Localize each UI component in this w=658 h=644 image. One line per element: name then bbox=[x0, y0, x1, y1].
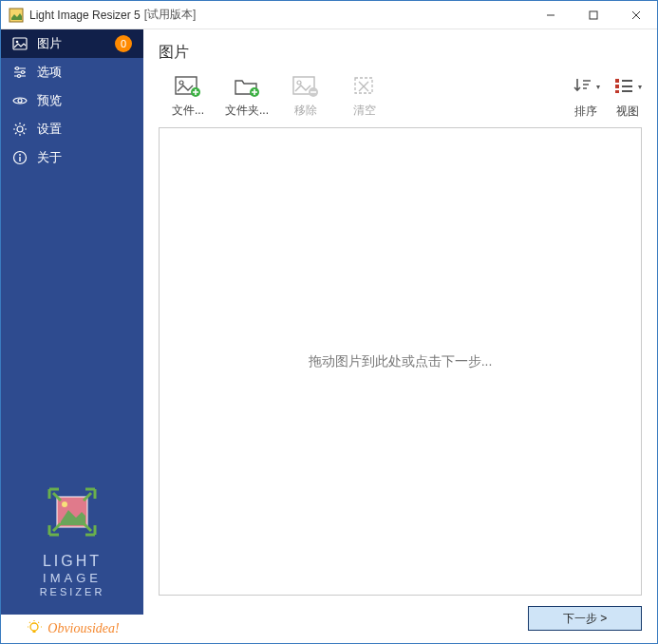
next-button[interactable]: 下一步 > bbox=[528, 606, 642, 631]
sidebar-item-preview[interactable]: 预览 bbox=[1, 86, 143, 115]
sidebar-item-options[interactable]: 选项 bbox=[1, 58, 143, 86]
page-title: 图片 bbox=[159, 43, 642, 63]
view-icon bbox=[613, 76, 634, 98]
svg-rect-24 bbox=[615, 90, 619, 93]
sidebar-item-label: 图片 bbox=[37, 35, 105, 52]
sidebar-item-label: 关于 bbox=[37, 149, 132, 166]
folder-add-icon bbox=[234, 76, 260, 97]
wordmark-l2: IMAGE bbox=[1, 571, 143, 586]
titlebar: Light Image Resizer 5 [试用版本] bbox=[1, 1, 657, 29]
view-button[interactable]: ▾ 视图 bbox=[613, 76, 642, 120]
add-files-button[interactable]: 文件... bbox=[159, 76, 217, 119]
footer-brand[interactable]: Obviousidea! bbox=[1, 615, 143, 643]
svg-rect-23 bbox=[615, 85, 619, 88]
main-panel: 图片 文件... 文件夹... 移除 bbox=[143, 29, 657, 643]
svg-point-3 bbox=[16, 41, 19, 44]
toolbar-label: 移除 bbox=[294, 103, 317, 119]
gear-icon bbox=[12, 122, 28, 137]
svg-point-10 bbox=[19, 154, 21, 156]
svg-point-19 bbox=[297, 81, 301, 85]
toolbar-label: 排序 bbox=[574, 104, 597, 120]
sliders-icon bbox=[12, 65, 28, 80]
chevron-down-icon: ▾ bbox=[596, 83, 600, 91]
svg-rect-2 bbox=[13, 38, 27, 49]
sidebar-item-images[interactable]: 图片 0 bbox=[1, 29, 143, 58]
toolbar-label: 视图 bbox=[616, 104, 639, 120]
toolbar-label: 清空 bbox=[353, 103, 376, 119]
image-icon bbox=[12, 36, 28, 51]
image-remove-icon bbox=[292, 76, 319, 97]
wordmark-l3: RESIZER bbox=[1, 586, 143, 599]
info-icon bbox=[12, 150, 28, 165]
clear-button: 清空 bbox=[335, 76, 394, 119]
image-count-badge: 0 bbox=[115, 35, 132, 52]
svg-point-8 bbox=[17, 126, 23, 132]
sidebar-item-label: 设置 bbox=[37, 121, 132, 138]
svg-point-7 bbox=[18, 99, 22, 103]
sidebar-item-settings[interactable]: 设置 bbox=[1, 115, 143, 143]
svg-rect-1 bbox=[590, 11, 597, 19]
sidebar-item-label: 预览 bbox=[37, 92, 132, 109]
toolbar-label: 文件夹... bbox=[225, 103, 269, 119]
svg-point-5 bbox=[22, 71, 25, 74]
image-add-icon bbox=[175, 76, 201, 97]
sidebar-logo bbox=[1, 472, 143, 552]
window-title-suffix: [试用版本] bbox=[144, 7, 197, 23]
remove-button: 移除 bbox=[276, 76, 335, 119]
drop-hint-text: 拖动图片到此处或点击下一步... bbox=[309, 353, 493, 370]
sidebar: 图片 0 选项 预览 设置 关于 bbox=[1, 29, 143, 643]
maximize-button[interactable] bbox=[572, 1, 614, 29]
svg-point-4 bbox=[16, 67, 19, 70]
wordmark-l1: LIGHT bbox=[1, 552, 143, 571]
next-button-label: 下一步 > bbox=[563, 611, 607, 627]
sidebar-item-about[interactable]: 关于 bbox=[1, 143, 143, 172]
sort-icon bbox=[572, 76, 592, 98]
add-folder-button[interactable]: 文件夹... bbox=[217, 76, 276, 119]
drop-area[interactable]: 拖动图片到此处或点击下一步... bbox=[159, 127, 642, 596]
window-title: Light Image Resizer 5 bbox=[29, 9, 141, 22]
chevron-down-icon: ▾ bbox=[638, 83, 642, 91]
svg-point-12 bbox=[62, 502, 67, 507]
toolbar-label: 文件... bbox=[172, 103, 204, 119]
app-icon bbox=[9, 8, 24, 23]
svg-point-15 bbox=[179, 81, 183, 85]
bulb-icon bbox=[25, 618, 44, 640]
svg-point-6 bbox=[18, 75, 21, 78]
clear-icon bbox=[351, 76, 378, 97]
eye-icon bbox=[12, 93, 28, 108]
sidebar-wordmark: LIGHT IMAGE RESIZER bbox=[1, 552, 143, 615]
sort-button[interactable]: ▾ 排序 bbox=[572, 76, 600, 120]
minimize-button[interactable] bbox=[529, 1, 572, 29]
sidebar-item-label: 选项 bbox=[37, 64, 132, 81]
footer-brand-text: Obviousidea! bbox=[47, 621, 119, 636]
svg-point-13 bbox=[30, 623, 38, 631]
svg-rect-22 bbox=[615, 79, 619, 83]
svg-rect-21 bbox=[355, 78, 372, 93]
close-button[interactable] bbox=[614, 1, 657, 29]
toolbar: 文件... 文件夹... 移除 清空 bbox=[159, 76, 642, 120]
bottom-bar: 下一步 > bbox=[159, 596, 642, 634]
